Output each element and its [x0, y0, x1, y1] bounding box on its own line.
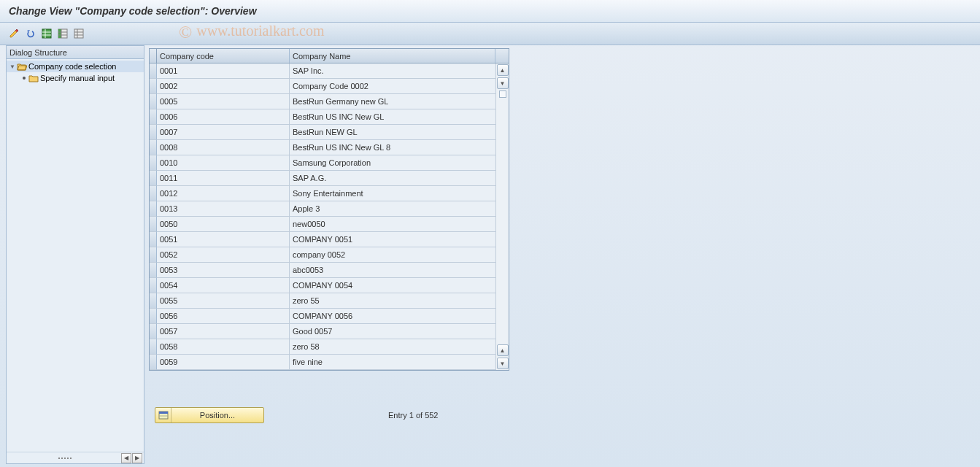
cell-company-name[interactable]: Company Code 0002: [290, 79, 495, 94]
select-all-button[interactable]: [39, 26, 54, 41]
cell-company-name[interactable]: zero 55: [290, 293, 495, 309]
row-selector-header[interactable]: [150, 49, 157, 63]
cell-company-code[interactable]: 0054: [157, 278, 290, 293]
tree-collapse-icon[interactable]: ▼: [9, 63, 15, 70]
table-row[interactable]: 0056COMPANY 0056: [150, 309, 495, 324]
cell-company-name[interactable]: BestRun US INC New GL: [290, 109, 495, 125]
cell-company-code[interactable]: 0053: [157, 263, 290, 278]
row-selector[interactable]: [150, 125, 157, 140]
cell-company-code[interactable]: 0008: [157, 140, 290, 155]
row-selector[interactable]: [150, 247, 157, 263]
row-selector[interactable]: [150, 171, 157, 186]
cell-company-name[interactable]: abc0053: [290, 263, 495, 278]
row-selector[interactable]: [150, 79, 157, 94]
cell-company-code[interactable]: 0050: [157, 217, 290, 232]
scrollbar-select-box[interactable]: [499, 90, 506, 98]
row-selector[interactable]: [150, 94, 157, 109]
table-row[interactable]: 0010Samsung Corporation: [150, 155, 495, 171]
cell-company-code[interactable]: 0001: [157, 63, 290, 79]
row-selector[interactable]: [150, 263, 157, 278]
cell-company-code[interactable]: 0012: [157, 186, 290, 201]
cell-company-name[interactable]: Sony Entertainment: [290, 186, 495, 201]
position-button[interactable]: Position...: [155, 407, 264, 423]
scroll-left-button[interactable]: ◀: [121, 453, 131, 463]
resize-grip-icon[interactable]: [58, 458, 72, 459]
row-selector[interactable]: [150, 155, 157, 171]
cell-company-name[interactable]: Apple 3: [290, 201, 495, 217]
cell-company-code[interactable]: 0059: [157, 355, 290, 370]
row-selector[interactable]: [150, 309, 157, 324]
column-header-company-name[interactable]: Company Name: [290, 49, 495, 63]
row-selector[interactable]: [150, 339, 157, 355]
cell-company-code[interactable]: 0005: [157, 94, 290, 109]
tree-item-company-code-selection[interactable]: ▼ Company code selection: [7, 61, 144, 72]
row-selector[interactable]: [150, 232, 157, 247]
cell-company-code[interactable]: 0013: [157, 201, 290, 217]
cell-company-code[interactable]: 0006: [157, 109, 290, 125]
row-selector[interactable]: [150, 355, 157, 370]
select-block-button[interactable]: [55, 26, 70, 41]
scroll-up-button[interactable]: ▲: [497, 64, 509, 76]
row-selector[interactable]: [150, 109, 157, 125]
cell-company-name[interactable]: COMPANY 0054: [290, 278, 495, 293]
cell-company-name[interactable]: BestRun Germany new GL: [290, 94, 495, 109]
row-selector[interactable]: [150, 293, 157, 309]
table-row[interactable]: 0051COMPANY 0051: [150, 232, 495, 247]
row-selector[interactable]: [150, 140, 157, 155]
table-row[interactable]: 0005BestRun Germany new GL: [150, 94, 495, 109]
deselect-all-button[interactable]: [72, 26, 86, 41]
row-selector[interactable]: [150, 217, 157, 232]
row-selector[interactable]: [150, 186, 157, 201]
table-row[interactable]: 0059five nine: [150, 355, 495, 370]
cell-company-name[interactable]: Samsung Corporation: [290, 155, 495, 171]
cell-company-name[interactable]: BestRun US INC New GL 8: [290, 140, 495, 155]
cell-company-code[interactable]: 0007: [157, 125, 290, 140]
cell-company-name[interactable]: Good 0057: [290, 324, 495, 339]
cell-company-code[interactable]: 0056: [157, 309, 290, 324]
cell-company-code[interactable]: 0051: [157, 232, 290, 247]
cell-company-code[interactable]: 0011: [157, 171, 290, 186]
table-row[interactable]: 0007BestRun NEW GL: [150, 125, 495, 140]
table-row[interactable]: 0002Company Code 0002: [150, 79, 495, 94]
table-row[interactable]: 0057Good 0057: [150, 324, 495, 339]
table-row[interactable]: 0012Sony Entertainment: [150, 186, 495, 201]
table-row[interactable]: 0011SAP A.G.: [150, 171, 495, 186]
cell-company-name[interactable]: new0050: [290, 217, 495, 232]
scroll-right-button[interactable]: ▶: [132, 453, 142, 463]
table-row[interactable]: 0053abc0053: [150, 263, 495, 278]
row-selector[interactable]: [150, 324, 157, 339]
table-row[interactable]: 0054COMPANY 0054: [150, 278, 495, 293]
cell-company-name[interactable]: zero 58: [290, 339, 495, 355]
tree-item-specify-manual-input[interactable]: Specify manual input: [7, 72, 144, 84]
cell-company-code[interactable]: 0052: [157, 247, 290, 263]
cell-company-code[interactable]: 0057: [157, 324, 290, 339]
other-view-button[interactable]: [7, 26, 22, 41]
cell-company-code[interactable]: 0055: [157, 293, 290, 309]
table-row[interactable]: 0001SAP Inc.: [150, 63, 495, 79]
table-row[interactable]: 0058zero 58: [150, 339, 495, 355]
cell-company-name[interactable]: five nine: [290, 355, 495, 370]
table-row[interactable]: 0052company 0052: [150, 247, 495, 263]
cell-company-name[interactable]: BestRun NEW GL: [290, 125, 495, 140]
undo-button[interactable]: [23, 26, 38, 41]
table-row[interactable]: 0006BestRun US INC New GL: [150, 109, 495, 125]
table-row[interactable]: 0013Apple 3: [150, 201, 495, 217]
table-row[interactable]: 0050new0050: [150, 217, 495, 232]
cell-company-name[interactable]: company 0052: [290, 247, 495, 263]
row-selector[interactable]: [150, 63, 157, 79]
cell-company-code[interactable]: 0058: [157, 339, 290, 355]
row-selector[interactable]: [150, 201, 157, 217]
cell-company-name[interactable]: SAP Inc.: [290, 63, 495, 79]
table-row[interactable]: 0055zero 55: [150, 293, 495, 309]
cell-company-name[interactable]: COMPANY 0056: [290, 309, 495, 324]
scroll-down-button[interactable]: ▼: [497, 77, 509, 89]
cell-company-code[interactable]: 0002: [157, 79, 290, 94]
scroll-down-bottom-button[interactable]: ▼: [497, 358, 509, 369]
column-header-company-code[interactable]: Company code: [157, 49, 290, 63]
cell-company-code[interactable]: 0010: [157, 155, 290, 171]
row-selector[interactable]: [150, 278, 157, 293]
table-row[interactable]: 0008BestRun US INC New GL 8: [150, 140, 495, 155]
scroll-up-bottom-button[interactable]: ▲: [497, 344, 509, 356]
cell-company-name[interactable]: SAP A.G.: [290, 171, 495, 186]
cell-company-name[interactable]: COMPANY 0051: [290, 232, 495, 247]
